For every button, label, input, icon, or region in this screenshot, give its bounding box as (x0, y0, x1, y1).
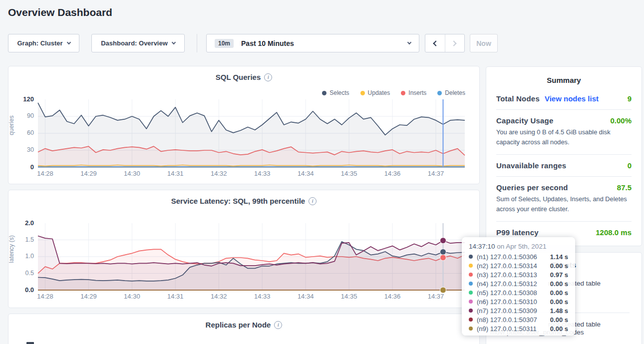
x-axis-tick: 14:30 (120, 170, 144, 177)
legend-item-deletes[interactable]: Deletes (437, 89, 465, 96)
x-axis-tick: 14:28 (33, 293, 57, 300)
tooltip-row: (n8) 127.0.0.1:503070.00 s (469, 315, 568, 324)
service-latency-title-text: Service Latency: SQL, 99th percentile (171, 197, 305, 205)
y-axis-tick: 0.0 (12, 286, 34, 294)
replicas-title: Replicas per Node (8, 321, 479, 329)
tooltip-row: (n7) 127.0.0.1:503091.48 s (469, 306, 568, 315)
x-axis-tick: 14:33 (250, 170, 274, 177)
x-axis-tick: 14:31 (163, 293, 187, 300)
x-axis-tick: 14:32 (207, 170, 231, 177)
service-latency-title: Service Latency: SQL, 99th percentile (8, 197, 479, 205)
x-axis-tick: 14:35 (337, 170, 361, 177)
page-title: Overview Dashboard (8, 6, 112, 18)
unavailable-ranges-value: 0 (628, 161, 632, 170)
x-axis-tick: 14:31 (163, 170, 187, 177)
chevron-down-icon (66, 40, 70, 44)
tooltip-row: (n6) 127.0.0.1:503100.00 s (469, 297, 568, 306)
legend-item-updates[interactable]: Updates (360, 89, 390, 96)
view-nodes-link[interactable]: View nodes list (545, 94, 599, 103)
tooltip-date: on Apr 5th, 2021 (495, 243, 547, 250)
graph-scope-dropdown[interactable]: Graph: Cluster (8, 34, 79, 52)
unavailable-ranges-row: Unavailable ranges 0 (496, 161, 632, 170)
y-axis-tick: 1.0 (12, 253, 34, 260)
sql-queries-title: SQL Queries (8, 73, 479, 81)
summary-panel: Summary Total Nodes View nodes list 9 Ca… (486, 66, 642, 246)
total-nodes-label: Total Nodes (496, 94, 540, 103)
x-axis-tick: 14:36 (380, 293, 404, 300)
total-nodes-row: Total Nodes View nodes list 9 (496, 94, 632, 103)
p99-label: P99 latency (496, 228, 539, 237)
chevron-down-icon (407, 40, 411, 44)
p99-row: P99 latency 1208.0 ms (496, 228, 632, 237)
x-axis-tick: 14:29 (76, 293, 100, 300)
node-dot-icon (469, 300, 473, 304)
node-dot-icon (469, 318, 473, 322)
x-axis-tick: 14:28 (33, 170, 57, 177)
node-dot-icon (469, 264, 473, 268)
info-icon[interactable] (264, 73, 272, 81)
x-axis-tick: 14:32 (207, 293, 231, 300)
qps-description: Sum of Selects, Updates, Inserts, and De… (496, 194, 632, 215)
capacity-row: Capacity Usage 0.00% (496, 116, 632, 125)
info-icon[interactable] (274, 321, 282, 329)
legend-item-inserts[interactable]: Inserts (401, 89, 426, 96)
y-axis-tick: 2.0 (12, 219, 34, 227)
tooltip-row: (n4) 127.0.0.1:503120.00 s (469, 279, 568, 288)
y-axis-tick: 60 (12, 129, 34, 136)
total-nodes-value: 9 (628, 94, 632, 103)
tooltip-row: (n9) 127.0.0.1:503110.00 s (469, 324, 568, 333)
x-axis-tick: 14:30 (120, 293, 144, 300)
tooltip-time: 14:37:10 (469, 243, 495, 250)
sql-queries-legend: Selects Updates Inserts Deletes (322, 89, 465, 96)
dashboard-dropdown[interactable]: Dashboard: Overview (91, 34, 185, 52)
selects-dot-icon (322, 91, 326, 95)
x-axis-tick: 14:29 (76, 170, 100, 177)
tooltip-row: (n3) 127.0.0.1:503130.97 s (469, 270, 568, 279)
tooltip-row: (n5) 127.0.0.1:503080.00 s (469, 288, 568, 297)
divider (496, 176, 632, 177)
y-axis-tick: 0 (12, 163, 34, 171)
replicas-per-node-panel: Replicas per Node (8, 314, 480, 344)
node-dot-icon (469, 282, 473, 286)
time-range-picker[interactable]: 10m Past 10 Minutes (206, 34, 419, 52)
chart-canvas (38, 99, 465, 167)
range-badge: 10m (215, 39, 234, 48)
chart-hover-tooltip: 14:37:10 on Apr 5th, 2021 (n1) 127.0.0.1… (462, 237, 575, 336)
tooltip-row: (n1) 127.0.0.1:503061.14 s (469, 252, 568, 261)
divider (496, 221, 632, 222)
x-axis-tick: 14:37 (424, 170, 448, 177)
sql-queries-plot[interactable]: 14:2814:2914:3014:3114:3214:3314:3414:35… (38, 99, 465, 167)
unavailable-ranges-label: Unavailable ranges (496, 161, 566, 170)
range-label: Past 10 Minutes (241, 39, 403, 47)
qps-row: Queries per second 87.5 (496, 183, 632, 192)
x-axis-tick: 14:33 (250, 293, 274, 300)
summary-title: Summary (496, 76, 632, 84)
node-dot-icon (469, 309, 473, 313)
graph-scope-label: Graph: Cluster (17, 39, 62, 47)
x-axis-tick: 14:35 (337, 293, 361, 300)
deletes-dot-icon (437, 91, 442, 95)
prev-window-button[interactable] (425, 34, 445, 52)
updates-dot-icon (360, 91, 365, 95)
chevron-right-icon (451, 40, 457, 46)
node-dot-icon (469, 255, 473, 259)
capacity-label: Capacity Usage (496, 116, 554, 125)
x-axis-tick: 14:34 (294, 293, 318, 300)
divider (496, 109, 632, 110)
chevron-left-icon (433, 40, 438, 46)
chevron-down-icon (172, 40, 176, 44)
x-axis-tick: 14:37 (424, 293, 448, 300)
divider (496, 154, 632, 155)
info-icon[interactable] (309, 197, 317, 205)
replicas-title-text: Replicas per Node (206, 321, 271, 329)
now-button[interactable]: Now (470, 34, 498, 52)
p99-value: 1208.0 ms (596, 228, 632, 237)
y-axis-tick: 90 (12, 112, 34, 119)
next-window-button[interactable] (445, 34, 465, 52)
qps-label: Queries per second (496, 183, 568, 192)
tooltip-timestamp: 14:37:10 on Apr 5th, 2021 (469, 243, 568, 250)
service-latency-plot[interactable]: 14:2814:2914:3014:3114:3214:3314:3414:35… (38, 223, 465, 290)
qps-value: 87.5 (617, 183, 632, 192)
legend-item-selects[interactable]: Selects (322, 89, 349, 96)
toolbar-divider (197, 34, 197, 52)
